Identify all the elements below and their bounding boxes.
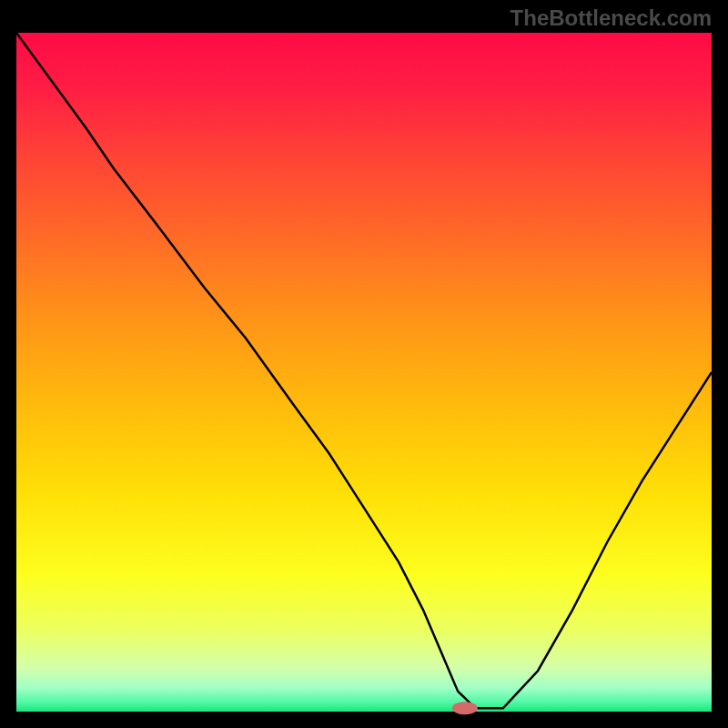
optimal-marker: [452, 702, 478, 714]
watermark-text: TheBottleneck.com: [511, 5, 712, 31]
chart-svg: [0, 0, 728, 728]
plot-area: [16, 33, 712, 712]
chart-container: TheBottleneck.com: [0, 0, 728, 728]
